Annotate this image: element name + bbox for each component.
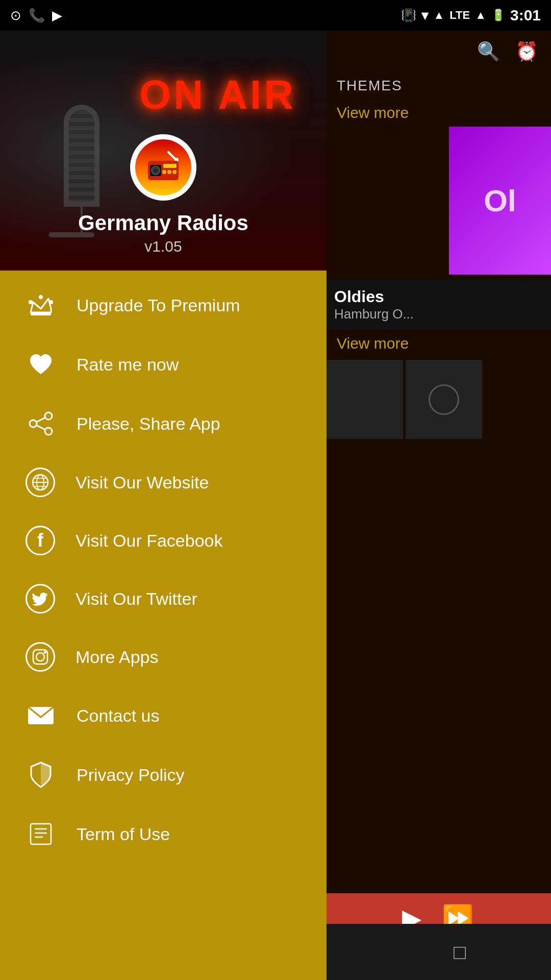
oldies-title: Oldies bbox=[334, 287, 541, 306]
drawer-header: ON AIR bbox=[0, 31, 327, 271]
list-icon bbox=[26, 819, 56, 849]
time-display: 3:01 bbox=[510, 7, 541, 24]
svg-point-9 bbox=[172, 170, 177, 174]
svg-point-13 bbox=[39, 295, 43, 299]
vibrate-icon: 📳 bbox=[401, 8, 416, 22]
status-bar: ⊙ 📞 ▶ 📳 ▾ ▲ LTE ▲ 🔋 3:01 bbox=[0, 0, 551, 31]
view-more-1[interactable]: View more bbox=[324, 99, 551, 127]
more-apps-label: More Apps bbox=[76, 647, 159, 667]
menu-item-facebook[interactable]: f Visit Our Facebook bbox=[0, 511, 327, 570]
app-toolbar: 🔍 ⏰ bbox=[324, 31, 551, 72]
share-label: Please, Share App bbox=[77, 414, 220, 434]
radio-wave-icon: ⊙ bbox=[10, 8, 21, 23]
menu-item-twitter[interactable]: Visit Our Twitter bbox=[0, 570, 327, 628]
svg-point-26 bbox=[36, 653, 44, 661]
status-bar-left-icons: ⊙ 📞 ▶ bbox=[10, 8, 62, 23]
svg-point-12 bbox=[29, 300, 33, 304]
purple-station-card[interactable]: Ol bbox=[449, 127, 551, 275]
heart-icon bbox=[26, 349, 56, 380]
wifi-icon: ▾ bbox=[421, 8, 428, 23]
svg-point-16 bbox=[30, 420, 37, 427]
twitter-icon bbox=[26, 584, 55, 614]
navigation-drawer: ON AIR bbox=[0, 31, 327, 980]
app-logo bbox=[130, 134, 196, 201]
station-thumbnails bbox=[324, 357, 551, 442]
menu-item-rate[interactable]: Rate me now bbox=[0, 335, 327, 394]
on-air-text: ON AIR bbox=[139, 71, 296, 118]
lte-label: LTE bbox=[449, 9, 470, 22]
signal-icon: ▲ bbox=[433, 9, 444, 22]
svg-point-5 bbox=[154, 169, 157, 172]
oldies-station-card[interactable]: Oldies Hamburg O... bbox=[324, 280, 551, 330]
menu-item-privacy[interactable]: Privacy Policy bbox=[0, 745, 327, 804]
twitter-label: Visit Our Twitter bbox=[76, 589, 197, 609]
contact-label: Contact us bbox=[77, 706, 160, 726]
facebook-label: Visit Our Facebook bbox=[76, 531, 223, 551]
menu-item-upgrade[interactable]: Upgrade To Premium bbox=[0, 276, 327, 335]
recents-icon[interactable]: □ bbox=[454, 941, 466, 964]
menu-item-website[interactable]: Visit Our Website bbox=[0, 453, 327, 511]
menu-item-share[interactable]: Please, Share App bbox=[0, 394, 327, 453]
menu-item-more-apps[interactable]: More Apps bbox=[0, 628, 327, 686]
alarm-icon[interactable]: ⏰ bbox=[515, 41, 538, 62]
themes-label: THEMES bbox=[324, 72, 551, 99]
terms-label: Term of Use bbox=[77, 824, 170, 844]
globe-icon bbox=[26, 468, 55, 497]
svg-line-18 bbox=[36, 418, 45, 422]
oldies-subtitle: Hamburg O... bbox=[334, 306, 541, 322]
app-version: v1.05 bbox=[144, 238, 182, 255]
thumbnail-2[interactable] bbox=[406, 360, 482, 439]
privacy-label: Privacy Policy bbox=[77, 765, 185, 785]
svg-rect-29 bbox=[31, 824, 51, 844]
svg-point-14 bbox=[49, 300, 53, 304]
svg-point-17 bbox=[45, 428, 52, 435]
instagram-icon bbox=[26, 642, 55, 672]
purple-card-text: Ol bbox=[484, 183, 516, 218]
menu-item-terms[interactable]: Term of Use bbox=[0, 804, 327, 864]
drawer-menu: Upgrade To Premium Rate me now bbox=[0, 271, 327, 980]
play-store-icon: ▶ bbox=[52, 8, 62, 23]
shield-icon bbox=[26, 760, 56, 790]
svg-point-27 bbox=[44, 651, 46, 654]
search-icon[interactable]: 🔍 bbox=[477, 41, 500, 62]
svg-point-7 bbox=[162, 170, 166, 174]
svg-rect-11 bbox=[31, 312, 51, 315]
app-main-content: 🔍 ⏰ THEMES View more Ol Oldies Hamburg O… bbox=[324, 31, 551, 980]
radio-logo-svg bbox=[143, 150, 184, 185]
thumbnail-1[interactable] bbox=[327, 360, 403, 439]
mail-icon bbox=[26, 700, 56, 731]
battery-icon: 🔋 bbox=[491, 9, 505, 22]
svg-point-15 bbox=[45, 412, 52, 420]
svg-point-8 bbox=[167, 170, 171, 174]
upgrade-label: Upgrade To Premium bbox=[77, 296, 240, 315]
status-bar-right-icons: 📳 ▾ ▲ LTE ▲ 🔋 3:01 bbox=[401, 7, 541, 24]
app-name: Germany Radios bbox=[78, 211, 248, 235]
svg-line-19 bbox=[36, 425, 45, 430]
facebook-icon: f bbox=[26, 526, 55, 555]
rate-label: Rate me now bbox=[77, 355, 179, 375]
signal-strength-icon: ▲ bbox=[475, 9, 486, 22]
crown-icon bbox=[26, 290, 56, 321]
website-label: Visit Our Website bbox=[76, 473, 209, 493]
phone-icon: 📞 bbox=[29, 8, 45, 23]
share-icon bbox=[26, 408, 56, 439]
svg-rect-6 bbox=[163, 164, 177, 168]
menu-item-contact[interactable]: Contact us bbox=[0, 686, 327, 745]
view-more-2[interactable]: View more bbox=[324, 330, 551, 357]
svg-marker-10 bbox=[31, 299, 51, 312]
